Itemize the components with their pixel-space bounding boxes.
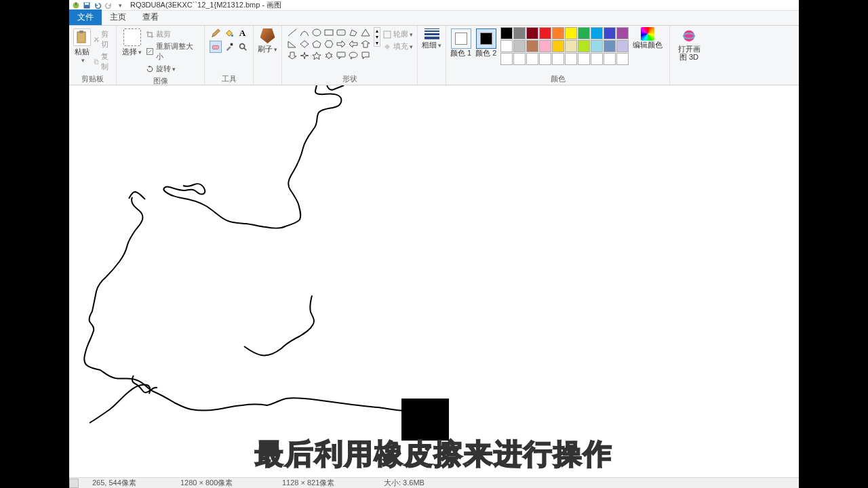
color-swatch[interactable] [616, 53, 629, 65]
group-clipboard: 粘贴 剪切 复制 剪贴板 [69, 26, 117, 85]
select-button[interactable]: 选择 [121, 27, 143, 56]
stroke-button[interactable]: 粗细 [422, 27, 441, 49]
shape-arrowu-icon[interactable] [359, 39, 371, 49]
color-swatch[interactable] [591, 27, 603, 39]
tab-view[interactable]: 查看 [134, 9, 167, 25]
tab-home[interactable]: 主页 [102, 9, 134, 25]
outline-button[interactable]: 轮廓 [383, 28, 413, 40]
shape-star4-icon[interactable] [298, 50, 310, 61]
color-swatch[interactable] [591, 53, 603, 65]
shape-roundrect-icon[interactable] [335, 27, 347, 38]
tab-file[interactable]: 文件 [69, 9, 102, 25]
shape-rect-icon[interactable] [323, 27, 334, 38]
shape-arrowl-icon[interactable] [347, 39, 359, 49]
crop-button[interactable]: 裁剪 [146, 28, 200, 40]
undo-icon[interactable] [94, 1, 102, 9]
svg-rect-17 [337, 30, 345, 35]
shape-star6-icon[interactable] [323, 50, 334, 61]
color-swatch[interactable] [500, 40, 513, 52]
resize-button[interactable]: 重新调整大小 [146, 41, 200, 62]
svg-rect-5 [79, 30, 83, 33]
color-swatch[interactable] [578, 27, 590, 39]
color-swatch[interactable] [591, 40, 603, 52]
eraser-tool[interactable] [210, 41, 222, 53]
edit-colors-icon [641, 27, 654, 41]
ribbon: 粘贴 剪切 复制 剪贴板 [69, 26, 799, 85]
shapes-gallery[interactable] [286, 27, 371, 61]
shapes-scroll-down-icon[interactable]: ▾ [374, 34, 380, 40]
shape-hexagon-icon[interactable] [323, 39, 334, 49]
save-icon[interactable] [83, 1, 91, 9]
color-swatch[interactable] [578, 40, 590, 52]
svg-point-14 [239, 44, 244, 49]
scroll-left-icon[interactable] [69, 479, 79, 488]
color-swatch[interactable] [604, 53, 616, 65]
shape-callout1-icon[interactable] [335, 50, 347, 61]
color-swatch[interactable] [513, 53, 526, 65]
color-swatch[interactable] [604, 27, 616, 39]
picker-tool[interactable] [223, 41, 235, 53]
color-swatch[interactable] [526, 27, 538, 39]
text-tool[interactable]: A [237, 27, 249, 39]
color-swatch[interactable] [513, 40, 526, 52]
color-swatch[interactable] [552, 53, 564, 65]
shape-pentagon-icon[interactable] [311, 39, 322, 49]
color-swatch[interactable] [616, 40, 629, 52]
color-swatch[interactable] [552, 40, 564, 52]
color-swatch[interactable] [565, 27, 577, 39]
color-swatch[interactable] [604, 40, 616, 52]
brush-icon [260, 28, 275, 43]
color1-button[interactable]: 颜色 1 [450, 27, 471, 57]
rotate-button[interactable]: 旋转 [146, 63, 200, 75]
color-swatch[interactable] [526, 40, 538, 52]
paste-button[interactable]: 粘贴 [73, 27, 91, 64]
svg-rect-12 [212, 45, 218, 49]
shape-rtri-icon[interactable] [286, 39, 298, 49]
redo-icon[interactable] [104, 1, 113, 9]
shapes-scroll-up-icon[interactable]: ▴ [374, 28, 380, 34]
shape-callout3-icon[interactable] [359, 50, 371, 61]
copy-button[interactable]: 复制 [94, 51, 112, 73]
copy-icon [94, 58, 99, 66]
shape-arrowr-icon[interactable] [335, 39, 347, 49]
canvas[interactable] [69, 85, 799, 477]
color-swatch[interactable] [616, 27, 629, 39]
color-swatch[interactable] [526, 53, 538, 65]
zoom-tool[interactable] [237, 41, 249, 53]
shape-triangle-icon[interactable] [359, 27, 371, 38]
shape-diamond-icon[interactable] [298, 39, 310, 49]
shape-arrowd-icon[interactable] [286, 50, 298, 61]
color-swatch[interactable] [500, 53, 513, 65]
color-swatch[interactable] [552, 27, 564, 39]
color-swatch[interactable] [565, 40, 577, 52]
fill-button[interactable]: 填充 [383, 41, 413, 52]
qat-dropdown-icon[interactable] [115, 1, 123, 9]
color-swatch[interactable] [539, 27, 551, 39]
shape-oval-icon[interactable] [311, 27, 322, 38]
color-swatch[interactable] [578, 53, 590, 65]
group-clipboard-label: 剪贴板 [73, 73, 112, 85]
group-shapes: ▴ ▾ ▾ 轮廓 填充 形状 [282, 26, 418, 85]
group-shapes-label: 形状 [286, 73, 413, 85]
svg-rect-3 [85, 3, 89, 5]
color-swatch[interactable] [565, 53, 577, 65]
color2-button[interactable]: 颜色 2 [475, 27, 496, 57]
edit-colors-button[interactable]: 编辑颜色 [633, 27, 663, 49]
cut-button[interactable]: 剪切 [94, 28, 112, 50]
color-swatch[interactable] [539, 40, 551, 52]
shapes-more-icon[interactable]: ▾ [374, 40, 380, 46]
group-tools-label: 工具 [209, 73, 249, 85]
color-swatch[interactable] [539, 53, 551, 65]
shape-line-icon[interactable] [286, 27, 298, 38]
shape-polygon-icon[interactable] [347, 27, 359, 38]
paint3d-button[interactable]: 打开画图 3D [677, 27, 701, 61]
color-swatch[interactable] [513, 27, 526, 39]
color-swatch[interactable] [500, 27, 513, 39]
shape-star5-icon[interactable] [311, 50, 322, 61]
shape-callout2-icon[interactable] [347, 50, 359, 61]
fill-tool[interactable] [223, 27, 235, 39]
paint-window: RQ3DU8A(3EKXC``12_1{M21312.bmp - 画图 文件 主… [69, 0, 799, 488]
shape-curve-icon[interactable] [298, 27, 310, 38]
pencil-tool[interactable] [210, 27, 222, 39]
brush-button[interactable]: 刷子 [258, 27, 277, 54]
